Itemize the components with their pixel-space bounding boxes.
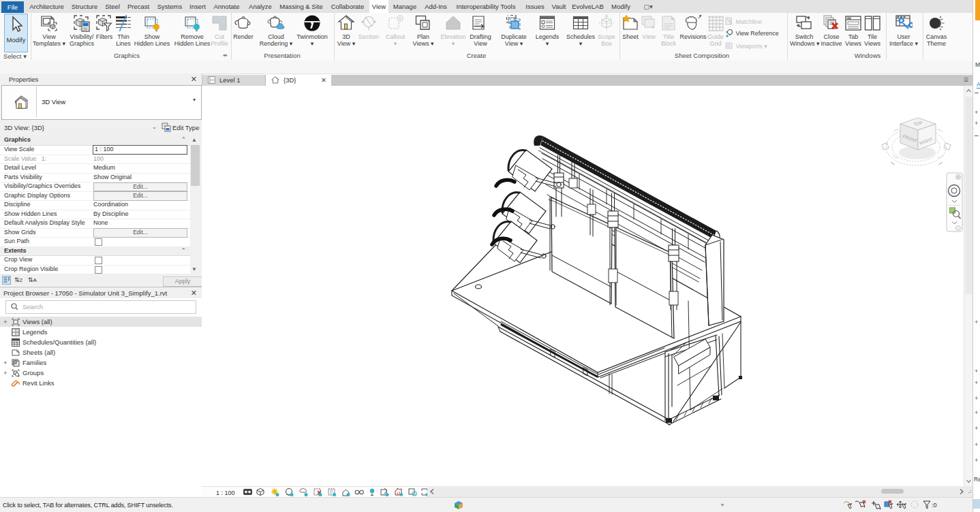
svg-text::0: :0 xyxy=(932,502,937,509)
